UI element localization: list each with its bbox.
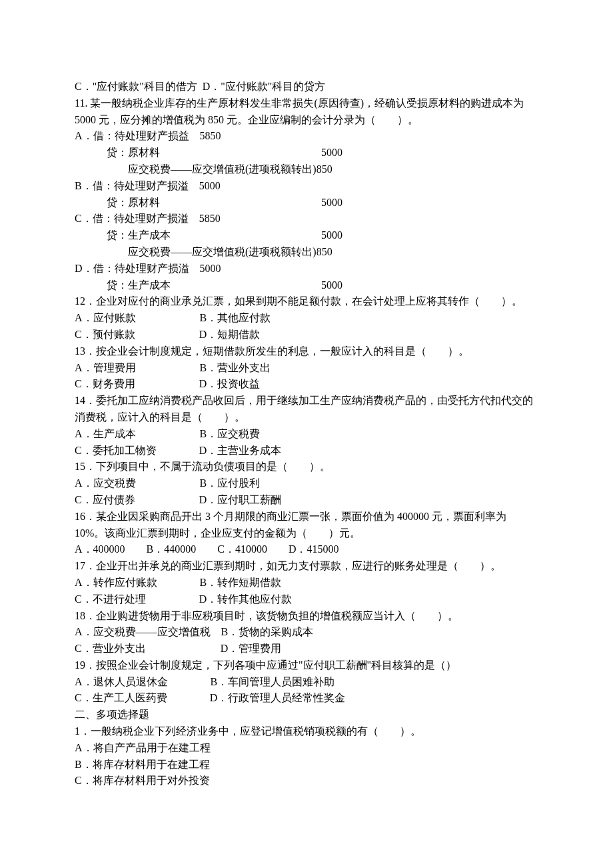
entry-amount: 5000 [321, 279, 342, 291]
q11-opt-c-2: 贷：生产成本5000 [75, 227, 538, 244]
q11-opt-a-2: 贷：原材料5000 [75, 145, 538, 161]
q19-opts-ab: A．退休人员退休金 B．车间管理人员困难补助 [75, 674, 538, 691]
q12-opts-ab: A．应付账款 B．其他应付款 [75, 310, 538, 327]
q18-opts-cd: C．营业外支出 D．管理费用 [75, 641, 538, 657]
entry-amount: 5000 [321, 147, 342, 158]
q19-opts-cd: C．生产工人医药费 D．行政管理人员经常性奖金 [75, 690, 538, 707]
q11-stem: 11. 某一般纳税企业库存的生产原材料发生非常损失(原因待查)，经确认受损原材料… [75, 95, 538, 129]
q14-stem: 14．委托加工应纳消费税产品收回后，用于继续加工生产应纳消费税产品的，由受托方代… [75, 393, 538, 426]
q11-opt-d-2: 贷：生产成本5000 [75, 277, 538, 294]
q10-options-cd: C．"应付账款"科目的借方 D．"应付账款"科目的贷方 [75, 79, 538, 95]
q15-opts-ab: A．应交税费 B．应付股利 [75, 475, 538, 492]
q17-stem: 17．企业开出并承兑的商业汇票到期时，如无力支付票款，应进行的账务处理是（ ）。 [75, 558, 538, 575]
q15-stem: 15．下列项目中，不属于流动负债项目的是（ ）。 [75, 459, 538, 475]
q14-opts-ab: A．生产成本 B．应交税费 [75, 426, 538, 443]
entry-left: 贷：生产成本 [75, 277, 321, 294]
q11-opt-b-2: 贷：原材料5000 [75, 195, 538, 211]
q16-stem: 16．某企业因采购商品开出 3 个月期限的商业汇票一张，票面价值为 400000… [75, 509, 538, 542]
document-page: C．"应付账款"科目的借方 D．"应付账款"科目的贷方 11. 某一般纳税企业库… [0, 0, 613, 868]
q18-stem: 18．企业购进货物用于非应税项目时，该货物负担的增值税额应当计入（ ）。 [75, 608, 538, 625]
q15-opts-cd: C．应付债券 D．应付职工薪酬 [75, 492, 538, 509]
q19-stem: 19．按照企业会计制度规定，下列各项中应通过"应付职工薪酬"科目核算的是（） [75, 657, 538, 674]
q13-stem: 13．按企业会计制度规定，短期借款所发生的利息，一般应计入的科目是（ ）。 [75, 343, 538, 360]
mq1-opt-b: B．将库存材料用于在建工程 [75, 757, 538, 773]
q17-opts-cd: C．不进行处理 D．转作其他应付款 [75, 591, 538, 608]
entry-left: 贷：生产成本 [75, 227, 321, 244]
q14-opts-cd: C．委托加工物资 D．主营业务成本 [75, 443, 538, 459]
entry-left: 贷：原材料 [75, 195, 321, 211]
q16-opts: A．400000 B．440000 C．410000 D．415000 [75, 541, 538, 558]
q11-opt-d-1: D．借：待处理财产损溢 5000 [75, 261, 538, 277]
q17-opts-ab: A．转作应付账款 B．转作短期借款 [75, 575, 538, 591]
q12-stem: 12．企业对应付的商业承兑汇票，如果到期不能足额付款，在会计处理上应将其转作（ … [75, 293, 538, 310]
q11-opt-b-1: B．借：待处理财产损溢 5000 [75, 178, 538, 195]
q11-opt-a-3: 应交税费——应交增值税(进项税额转出)850 [75, 161, 538, 178]
q11-opt-a-1: A．借：待处理财产损益 5850 [75, 128, 538, 145]
mq1-opt-c: C．将库存材料用于对外投资 [75, 773, 538, 789]
q12-opts-cd: C．预付账款 D．短期借款 [75, 327, 538, 343]
q13-opts-cd: C．财务费用 D．投资收益 [75, 376, 538, 393]
mq1-opt-a: A．将自产产品用于在建工程 [75, 740, 538, 757]
q11-opt-c-1: C．借：待处理财产损溢 5850 [75, 211, 538, 227]
entry-amount: 5000 [321, 197, 342, 208]
entry-amount: 5000 [321, 229, 342, 241]
entry-left: 贷：原材料 [75, 145, 321, 161]
q18-opts-ab: A．应交税费——应交增值税 B．货物的采购成本 [75, 624, 538, 641]
q13-opts-ab: A．管理费用 B．营业外支出 [75, 360, 538, 377]
q11-opt-c-3: 应交税费——应交增值税(进项税额转出)850 [75, 244, 538, 261]
mq1-stem: 1．一般纳税企业下列经济业务中，应登记增值税销项税额的有（ ）。 [75, 723, 538, 740]
section-2-heading: 二、多项选择题 [75, 707, 538, 723]
